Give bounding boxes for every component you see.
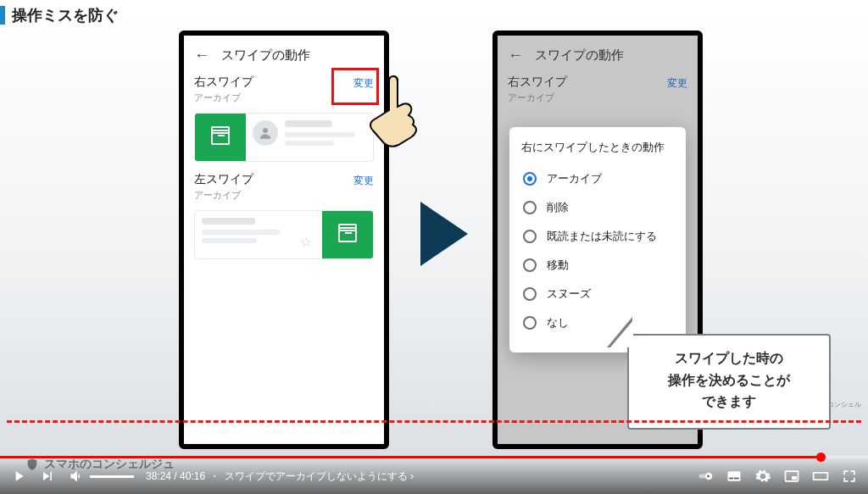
forward-arrow-icon bbox=[420, 202, 468, 266]
page-title: 操作ミスを防ぐ bbox=[12, 5, 119, 25]
section-left-swipe: 左スワイプ アーカイブ 変更 ☆ bbox=[184, 172, 384, 269]
miniplayer-button[interactable] bbox=[783, 468, 800, 485]
svg-rect-3 bbox=[728, 471, 741, 481]
archive-panel bbox=[322, 211, 373, 258]
svg-point-0 bbox=[263, 128, 268, 133]
volume-icon[interactable] bbox=[68, 468, 85, 485]
left-swipe-change-link[interactable]: 変更 bbox=[353, 174, 374, 188]
volume-control[interactable] bbox=[68, 468, 134, 485]
chapter-title[interactable]: スワイプでアーカイブしないようにする bbox=[225, 470, 408, 482]
time-display: 38:24 / 40:16 ・ スワイプでアーカイブしないようにする › bbox=[146, 469, 414, 484]
section-right-swipe-bg: 右スワイプ アーカイブ 変更 bbox=[498, 75, 698, 114]
phone-header-title: スワイプの動作 bbox=[535, 47, 624, 64]
radio-label: なし bbox=[547, 315, 569, 330]
video-controls: 38:24 / 40:16 ・ スワイプでアーカイブしないようにする › bbox=[0, 458, 868, 494]
radio-label: 移動 bbox=[547, 258, 569, 273]
back-arrow-icon[interactable]: ← bbox=[194, 47, 209, 64]
radio-option[interactable]: アーカイブ bbox=[521, 164, 674, 193]
radio-icon bbox=[523, 201, 537, 214]
slide-title-wrap: 操作ミスを防ぐ bbox=[0, 5, 119, 25]
radio-option[interactable]: 移動 bbox=[521, 251, 674, 280]
volume-slider[interactable] bbox=[90, 475, 134, 478]
theater-button[interactable] bbox=[812, 468, 829, 485]
radio-label: アーカイブ bbox=[547, 171, 602, 186]
bubble-line: できます bbox=[637, 391, 821, 413]
back-arrow-icon[interactable]: ← bbox=[508, 47, 523, 64]
captions-button[interactable] bbox=[726, 468, 743, 485]
video-frame: 操作ミスを防ぐ ← スワイプの動作 右スワイプ アーカイブ 変更 bbox=[0, 0, 868, 494]
radio-label: 削除 bbox=[547, 200, 569, 215]
autoplay-toggle[interactable] bbox=[697, 468, 714, 485]
svg-rect-8 bbox=[814, 473, 828, 480]
archive-icon bbox=[338, 227, 357, 242]
placeholder-lines bbox=[202, 218, 293, 243]
radio-icon bbox=[523, 172, 537, 186]
phone-header: ← スワイプの動作 bbox=[184, 36, 384, 75]
chevron-right-icon[interactable]: › bbox=[410, 470, 414, 482]
radio-option[interactable]: 既読または未読にする bbox=[521, 222, 674, 251]
avatar-icon bbox=[253, 120, 278, 146]
archive-icon bbox=[211, 130, 230, 145]
chapter-separator: ・ bbox=[209, 470, 220, 482]
radio-option[interactable]: スヌーズ bbox=[521, 280, 674, 308]
radio-label: 既読または未読にする bbox=[547, 229, 657, 244]
swipe-action-dialog: 右にスワイプしたときの動作 アーカイブ 削除 既読または未読にする 移動 スヌー… bbox=[509, 127, 686, 352]
svg-rect-4 bbox=[729, 478, 733, 480]
right-swipe-sub: アーカイブ bbox=[508, 92, 567, 104]
radio-option[interactable]: なし bbox=[521, 308, 674, 337]
radio-label: スヌーズ bbox=[547, 286, 591, 302]
fullscreen-button[interactable] bbox=[841, 468, 858, 485]
bubble-line: スワイプした時の bbox=[637, 347, 821, 369]
radio-icon bbox=[523, 230, 537, 243]
radio-icon bbox=[523, 316, 537, 330]
right-swipe-example bbox=[194, 113, 374, 162]
section-right-swipe: 右スワイプ アーカイブ 変更 bbox=[184, 75, 384, 172]
archive-panel bbox=[195, 114, 246, 161]
speech-bubble: スワイプした時の 操作を決めることが できます bbox=[627, 334, 831, 430]
right-swipe-title: 右スワイプ bbox=[508, 75, 567, 90]
svg-rect-5 bbox=[734, 478, 739, 480]
right-swipe-sub: アーカイブ bbox=[194, 92, 253, 104]
time-total: 40:16 bbox=[180, 470, 205, 482]
progress-played bbox=[0, 456, 821, 458]
star-icon: ☆ bbox=[300, 234, 312, 250]
left-swipe-example: ☆ bbox=[194, 210, 374, 259]
phone-header: ← スワイプの動作 bbox=[498, 36, 698, 75]
time-current: 38:24 bbox=[146, 470, 171, 482]
phone-header-title: スワイプの動作 bbox=[221, 47, 310, 64]
next-button[interactable] bbox=[39, 468, 56, 485]
placeholder-lines bbox=[285, 120, 366, 146]
left-swipe-title: 左スワイプ bbox=[194, 172, 253, 187]
right-swipe-title: 右スワイプ bbox=[194, 75, 253, 90]
radio-icon bbox=[523, 258, 537, 272]
phone-mock-left: ← スワイプの動作 右スワイプ アーカイブ 変更 bbox=[179, 31, 389, 449]
radio-icon bbox=[523, 287, 537, 301]
bubble-line: 操作を決めることが bbox=[637, 369, 821, 391]
progress-bar[interactable] bbox=[0, 456, 868, 458]
red-dashed-guideline bbox=[7, 420, 861, 423]
title-accent-bar bbox=[0, 6, 5, 25]
right-swipe-change-link[interactable]: 変更 bbox=[667, 76, 687, 91]
settings-button[interactable] bbox=[754, 468, 771, 485]
left-swipe-sub: アーカイブ bbox=[194, 189, 253, 202]
svg-rect-7 bbox=[792, 476, 797, 480]
radio-option[interactable]: 削除 bbox=[521, 193, 674, 222]
play-button[interactable] bbox=[10, 468, 27, 485]
right-swipe-change-link[interactable]: 変更 bbox=[353, 76, 374, 91]
dialog-title: 右にスワイプしたときの動作 bbox=[521, 139, 674, 156]
